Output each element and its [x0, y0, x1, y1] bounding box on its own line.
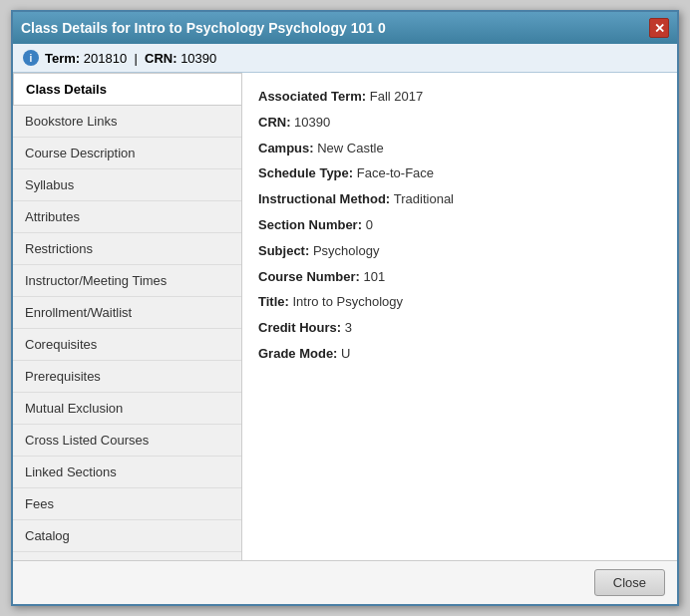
field-value: 101: [363, 269, 385, 284]
field-label: Instructional Method:: [258, 191, 394, 206]
sidebar-item-restrictions[interactable]: Restrictions: [13, 233, 241, 265]
term-label-text: Term:: [45, 51, 80, 66]
sidebar-item-linked-sections[interactable]: Linked Sections: [13, 457, 241, 488]
field-label: Grade Mode:: [258, 346, 341, 361]
field-label: Title:: [258, 294, 292, 309]
field-value: 3: [345, 320, 352, 335]
field-label: Campus:: [258, 141, 317, 155]
field-label: Schedule Type:: [258, 165, 357, 180]
field-label: Course Number:: [258, 269, 363, 284]
dialog-body: Class DetailsBookstore LinksCourse Descr…: [13, 73, 677, 560]
dialog-title: Class Details for Intro to Psychology Ps…: [21, 20, 386, 36]
close-button[interactable]: Close: [594, 569, 665, 596]
field-label: Credit Hours:: [258, 320, 345, 335]
field-row: Section Number: 0: [258, 215, 661, 236]
sidebar-item-bookstore-links[interactable]: Bookstore Links: [13, 106, 241, 138]
field-row: Campus: New Castle: [258, 139, 661, 159]
field-label: Section Number:: [258, 217, 366, 232]
field-value: Intro to Psychology: [292, 294, 403, 309]
sidebar-item-enrollment-waitlist[interactable]: Enrollment/Waitlist: [13, 297, 241, 329]
field-row: CRN: 10390: [258, 113, 661, 134]
class-details-dialog: Class Details for Intro to Psychology Ps…: [11, 10, 679, 606]
info-icon: i: [23, 50, 39, 66]
sidebar-item-cross-listed-courses[interactable]: Cross Listed Courses: [13, 425, 241, 457]
sidebar-item-attributes[interactable]: Attributes: [13, 201, 241, 233]
field-row: Subject: Psychology: [258, 241, 661, 262]
field-value: New Castle: [317, 141, 383, 155]
sidebar-item-catalog[interactable]: Catalog: [13, 520, 241, 552]
field-value: Traditional: [394, 191, 454, 206]
main-content: Associated Term: Fall 2017CRN: 10390Camp…: [242, 73, 677, 560]
sidebar-item-fees[interactable]: Fees: [13, 488, 241, 520]
sidebar: Class DetailsBookstore LinksCourse Descr…: [13, 73, 242, 560]
field-value: 10390: [294, 115, 330, 130]
sidebar-item-prerequisites[interactable]: Prerequisites: [13, 361, 241, 393]
term-label: Term: 201810 | CRN: 10390: [45, 51, 216, 66]
field-label: Subject:: [258, 243, 313, 258]
sidebar-item-corequisites[interactable]: Corequisites: [13, 329, 241, 361]
field-row: Instructional Method: Traditional: [258, 189, 661, 210]
crn-value: 10390: [180, 51, 216, 66]
field-label: Associated Term:: [258, 89, 370, 104]
field-value: Fall 2017: [370, 89, 423, 104]
dialog-titlebar: Class Details for Intro to Psychology Ps…: [13, 12, 677, 44]
sidebar-item-instructor-meeting-times[interactable]: Instructor/Meeting Times: [13, 265, 241, 297]
field-value: 0: [366, 217, 373, 232]
field-value: Face-to-Face: [357, 165, 434, 180]
field-row: Grade Mode: U: [258, 344, 661, 365]
sidebar-item-syllabus[interactable]: Syllabus: [13, 169, 241, 201]
field-row: Associated Term: Fall 2017: [258, 87, 661, 108]
sidebar-item-course-description[interactable]: Course Description: [13, 138, 241, 169]
field-value: U: [341, 346, 350, 361]
dialog-close-x-button[interactable]: ✕: [649, 18, 669, 38]
field-label: CRN:: [258, 115, 294, 130]
field-value: Psychology: [313, 243, 379, 258]
sidebar-item-mutual-exclusion[interactable]: Mutual Exclusion: [13, 393, 241, 425]
info-bar: i Term: 201810 | CRN: 10390: [13, 44, 677, 73]
field-row: Title: Intro to Psychology: [258, 292, 661, 313]
term-value: 201810: [84, 51, 127, 66]
dialog-footer: Close: [13, 560, 677, 604]
field-row: Credit Hours: 3: [258, 318, 661, 339]
field-row: Schedule Type: Face-to-Face: [258, 163, 661, 184]
crn-label-text: CRN:: [145, 51, 177, 66]
sidebar-item-class-details[interactable]: Class Details: [13, 73, 242, 106]
field-row: Course Number: 101: [258, 267, 661, 288]
